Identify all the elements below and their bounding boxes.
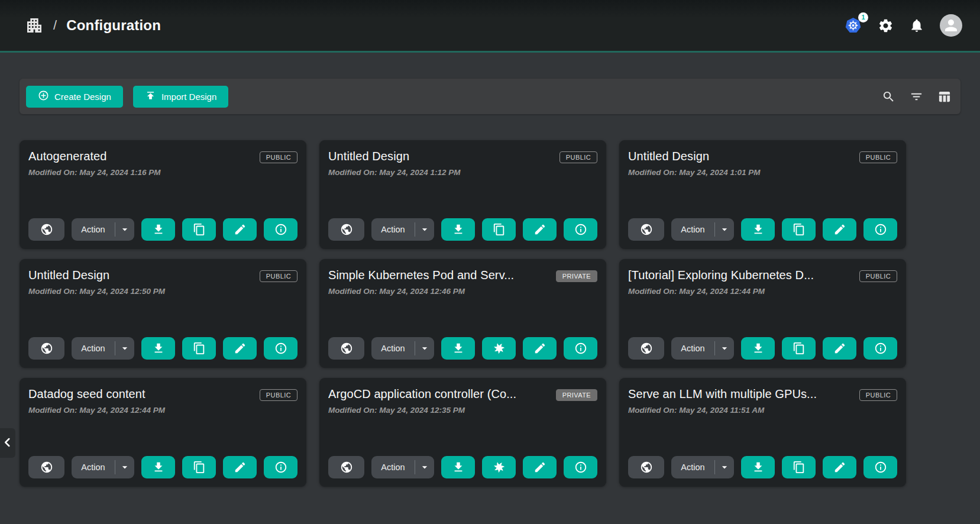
info-button[interactable]: [863, 218, 897, 241]
design-swirl-button[interactable]: [482, 337, 516, 360]
publish-globe-button[interactable]: [628, 218, 664, 241]
action-split-button[interactable]: Action: [671, 456, 734, 478]
copy-button[interactable]: [782, 456, 816, 478]
download-button[interactable]: [141, 456, 175, 478]
publish-globe-button[interactable]: [628, 337, 664, 360]
info-button[interactable]: [863, 337, 897, 360]
visibility-badge: PUBLIC: [859, 389, 897, 401]
action-button-label: Action: [371, 225, 415, 234]
download-button[interactable]: [441, 456, 475, 478]
card-title: Serve an LLM with multiple GPUs...: [628, 387, 817, 401]
edit-button[interactable]: [223, 456, 257, 478]
action-split-button[interactable]: Action: [72, 337, 134, 360]
action-split-button[interactable]: Action: [371, 218, 434, 241]
chevron-left-icon: [2, 437, 13, 449]
caret-down-icon[interactable]: [115, 224, 134, 235]
edit-button[interactable]: [223, 337, 257, 360]
card-actions: Action: [628, 337, 897, 360]
publish-globe-button[interactable]: [28, 218, 64, 241]
plus-circle-icon: [38, 90, 49, 103]
caret-down-icon[interactable]: [715, 461, 734, 473]
download-button[interactable]: [741, 218, 775, 241]
caret-down-icon[interactable]: [415, 461, 434, 473]
kubernetes-context-button[interactable]: 1: [844, 17, 862, 35]
publish-globe-button[interactable]: [28, 456, 64, 478]
info-button[interactable]: [564, 456, 597, 478]
card-title: Simple Kubernetes Pod and Serv...: [328, 269, 514, 282]
info-button[interactable]: [863, 456, 897, 478]
card-title: Untitled Design: [28, 269, 109, 282]
publish-globe-button[interactable]: [28, 337, 64, 360]
design-card: Datadog seed content PUBLIC Modified On:…: [20, 378, 306, 487]
info-icon: [874, 342, 887, 355]
action-split-button[interactable]: Action: [671, 337, 734, 360]
info-button[interactable]: [264, 218, 297, 241]
info-icon: [874, 223, 887, 236]
action-split-button[interactable]: Action: [371, 456, 434, 478]
action-split-button[interactable]: Action: [371, 337, 434, 360]
design-card: Autogenerated PUBLIC Modified On: May 24…: [20, 140, 306, 249]
import-design-button[interactable]: Import Design: [133, 86, 228, 108]
publish-globe-button[interactable]: [328, 218, 364, 241]
card-title: Untitled Design: [628, 150, 709, 163]
download-button[interactable]: [741, 456, 775, 478]
search-button[interactable]: [882, 90, 895, 103]
info-button[interactable]: [564, 337, 597, 360]
download-button[interactable]: [741, 337, 775, 360]
edit-button[interactable]: [823, 337, 856, 360]
caret-down-icon[interactable]: [415, 224, 434, 235]
table-icon: [937, 90, 951, 103]
publish-globe-button[interactable]: [328, 456, 364, 478]
caret-down-icon[interactable]: [715, 224, 734, 235]
action-split-button[interactable]: Action: [72, 456, 134, 478]
drawer-collapse-button[interactable]: [0, 428, 15, 458]
copy-button[interactable]: [182, 456, 216, 478]
download-button[interactable]: [141, 218, 175, 241]
design-swirl-button[interactable]: [482, 456, 516, 478]
copy-button[interactable]: [782, 337, 816, 360]
pencil-icon: [833, 342, 846, 355]
download-button[interactable]: [441, 337, 475, 360]
edit-button[interactable]: [523, 456, 557, 478]
download-button[interactable]: [441, 218, 475, 241]
download-icon: [752, 223, 765, 236]
action-button-label: Action: [671, 225, 714, 234]
copy-icon: [193, 223, 206, 236]
info-button[interactable]: [564, 218, 597, 241]
filter-button[interactable]: [910, 90, 923, 103]
pencil-icon: [533, 223, 546, 236]
info-button[interactable]: [264, 456, 297, 478]
copy-button[interactable]: [182, 337, 216, 360]
create-design-button[interactable]: Create Design: [26, 86, 123, 108]
caret-down-icon[interactable]: [115, 461, 134, 473]
edit-button[interactable]: [223, 218, 257, 241]
copy-button[interactable]: [782, 218, 816, 241]
card-title: Datadog seed content: [28, 387, 145, 401]
design-card: ArgoCD application controller (Co... PRI…: [319, 378, 606, 487]
card-modified: Modified On: May 24, 2024 1:01 PM: [628, 168, 897, 177]
caret-down-icon[interactable]: [415, 342, 434, 354]
action-split-button[interactable]: Action: [72, 218, 134, 241]
edit-button[interactable]: [523, 337, 557, 360]
publish-globe-button[interactable]: [328, 337, 364, 360]
publish-globe-button[interactable]: [628, 456, 664, 478]
info-button[interactable]: [264, 337, 297, 360]
caret-down-icon[interactable]: [715, 342, 734, 354]
edit-button[interactable]: [523, 218, 557, 241]
edit-button[interactable]: [823, 218, 856, 241]
info-icon: [874, 461, 887, 474]
card-modified: Modified On: May 24, 2024 12:44 PM: [28, 406, 297, 415]
action-split-button[interactable]: Action: [671, 218, 734, 241]
download-button[interactable]: [141, 337, 175, 360]
copy-button[interactable]: [182, 218, 216, 241]
notifications-button[interactable]: [909, 18, 924, 33]
settings-button[interactable]: [878, 18, 894, 34]
user-avatar[interactable]: [940, 14, 962, 37]
copy-button[interactable]: [482, 218, 516, 241]
action-button-label: Action: [72, 462, 115, 472]
caret-down-icon[interactable]: [115, 342, 134, 354]
table-view-button[interactable]: [937, 90, 951, 103]
edit-button[interactable]: [823, 456, 856, 478]
design-card: Untitled Design PUBLIC Modified On: May …: [20, 259, 306, 368]
visibility-badge: PUBLIC: [260, 389, 297, 401]
